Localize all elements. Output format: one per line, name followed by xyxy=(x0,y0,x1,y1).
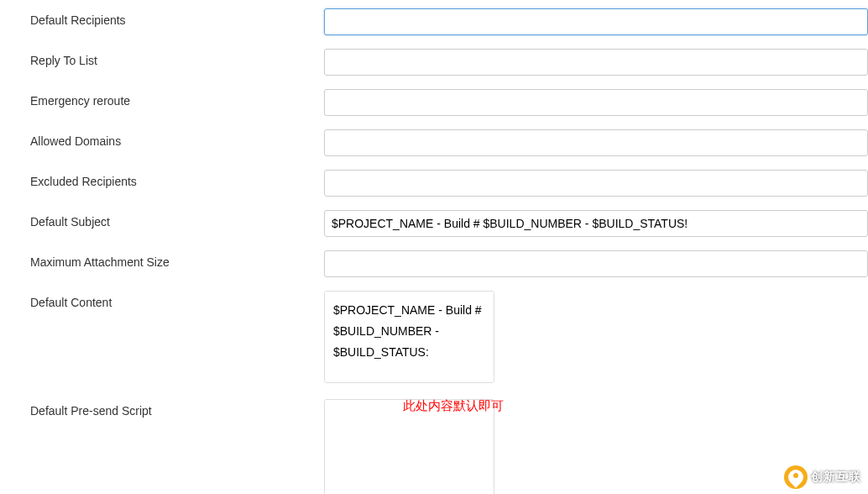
watermark-text: 创新互联 xyxy=(811,470,861,485)
label-allowed-domains: Allowed Domains xyxy=(30,129,324,148)
input-default-recipients[interactable] xyxy=(324,8,868,35)
label-default-presend-script: Default Pre-send Script xyxy=(30,399,324,418)
label-max-attachment-size: Maximum Attachment Size xyxy=(30,250,324,269)
row-default-content: Default Content $PROJECT_NAME - Build # … xyxy=(30,291,868,386)
label-default-recipients: Default Recipients xyxy=(30,8,324,27)
input-max-attachment-size[interactable] xyxy=(324,250,868,277)
row-max-attachment-size: Maximum Attachment Size xyxy=(30,250,868,277)
input-default-subject[interactable] xyxy=(324,210,868,237)
textarea-default-presend-script[interactable] xyxy=(324,399,494,494)
watermark-logo-icon xyxy=(784,465,808,489)
row-allowed-domains: Allowed Domains xyxy=(30,129,868,156)
row-default-presend-script: Default Pre-send Script xyxy=(30,399,868,494)
row-reply-to-list: Reply To List xyxy=(30,49,868,76)
row-default-recipients: Default Recipients xyxy=(30,8,868,35)
row-default-subject: Default Subject xyxy=(30,210,868,237)
row-emergency-reroute: Emergency reroute xyxy=(30,89,868,116)
textarea-default-content[interactable]: $PROJECT_NAME - Build # $BUILD_NUMBER - … xyxy=(324,291,494,383)
input-reply-to-list[interactable] xyxy=(324,49,868,76)
label-emergency-reroute: Emergency reroute xyxy=(30,89,324,108)
input-allowed-domains[interactable] xyxy=(324,129,868,156)
row-excluded-recipients: Excluded Recipients xyxy=(30,170,868,197)
label-default-subject: Default Subject xyxy=(30,210,324,229)
watermark: 创新互联 xyxy=(784,465,861,489)
label-default-content: Default Content xyxy=(30,291,324,309)
label-excluded-recipients: Excluded Recipients xyxy=(30,170,324,188)
input-excluded-recipients[interactable] xyxy=(324,170,868,197)
input-emergency-reroute[interactable] xyxy=(324,89,868,116)
email-config-form: Default Recipients Reply To List Emergen… xyxy=(0,0,868,494)
label-reply-to-list: Reply To List xyxy=(30,49,324,67)
